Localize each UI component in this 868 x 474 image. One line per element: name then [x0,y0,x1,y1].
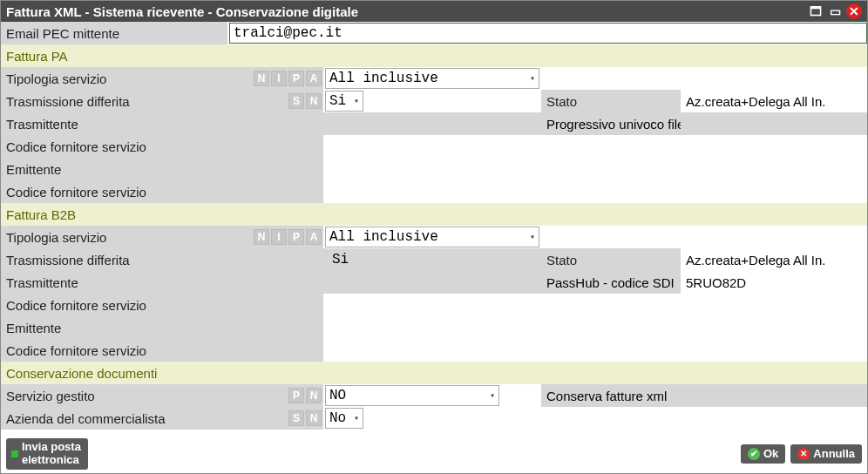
tag-i[interactable]: I [271,229,287,245]
x-icon: ✕ [797,448,810,460]
pa-tipologia-value: All inclusive [329,71,438,86]
pa-codforn1-label: Codice fornitore servizio [1,135,323,158]
chevron-down-icon: ▾ [530,232,535,242]
chevron-down-icon: ▾ [530,73,535,84]
email-label: Email PEC mittente [1,22,227,44]
tag-n[interactable]: N [306,93,322,109]
section-fattura-pa: Fattura PA [1,44,867,67]
pa-codforn2-label: Codice fornitore servizio [1,180,323,203]
chevron-down-icon: ▾ [354,96,359,106]
tag-a[interactable]: A [306,71,322,86]
b2b-passhub-label: PassHub - codice SDI [541,271,681,294]
minimize-icon[interactable]: ▭ [827,3,843,19]
tag-n[interactable]: N [306,410,322,426]
tag-p[interactable]: P [288,71,304,86]
pa-emittente-label: Emittente [1,158,323,180]
conserv-azienda-select[interactable]: No ▾ [325,408,363,429]
tag-n[interactable]: N [254,71,269,86]
conserv-azienda-label: Azienda del commercialista [1,407,227,430]
conserv-servizio-label: Servizio gestito [1,384,227,407]
b2b-tipologia-select[interactable]: All inclusive ▾ [325,227,539,247]
pa-tipologia-tags: N I P A [227,67,323,90]
conserv-azienda-tags: S N [227,407,323,430]
tag-a[interactable]: A [306,229,322,245]
tag-i[interactable]: I [271,71,287,86]
b2b-tipologia-label: Tipologia servizio [1,226,227,248]
dialog-window: Fattura XML - Sistema ricevente - Conser… [0,0,868,474]
b2b-codforn2-label: Codice fornitore servizio [1,339,323,362]
tag-p[interactable]: P [288,388,304,403]
tag-s[interactable]: S [288,93,304,109]
b2b-trasmdiff-value: Si [323,248,541,271]
pa-trasmdiff-select[interactable]: Si ▾ [325,91,363,112]
tag-n[interactable]: N [306,388,322,403]
chevron-down-icon: ▾ [490,390,495,401]
pa-trasmdiff-value: Si [329,93,346,109]
pa-tipologia-select[interactable]: All inclusive ▾ [325,68,539,89]
section-fattura-b2b: Fattura B2B [1,203,867,226]
b2b-stato-label: Stato [541,248,681,271]
pa-progressivo-label: Progressivo univoco file [541,112,681,135]
conserv-servizio-tags: P N [227,384,323,407]
conserv-azienda-value: No [329,410,346,426]
mail-status-icon [11,450,18,457]
pa-stato-label: Stato [541,90,681,112]
send-mail-button[interactable]: Invia posta elettronica [6,438,88,470]
titlebar: Fattura XML - Sistema ricevente - Conser… [1,1,867,22]
check-icon: ✔ [748,448,760,460]
b2b-passhub-value: 5RUO82D [681,271,867,294]
form-content: Email PEC mittente Fattura PA Tipologia … [1,22,867,435]
email-input[interactable] [229,23,867,44]
pa-trasmittente-label: Trasmittente [1,112,323,135]
pa-trasmdiff-label: Trasmissione differita [1,90,227,112]
b2b-stato-value: Az.creata+Delega All In. [681,248,867,271]
close-icon[interactable]: ✕ [846,3,862,19]
footer-bar: Invia posta elettronica ✔ Ok ✕ Annulla [1,435,867,473]
conserv-servizio-value: NO [329,388,346,403]
b2b-codforn1-label: Codice fornitore servizio [1,294,323,316]
chevron-down-icon: ▾ [354,413,359,423]
b2b-emittente-label: Emittente [1,316,323,339]
b2b-trasmdiff-label: Trasmissione differita [1,248,323,271]
conserva-fatture-label: Conserva fatture xml [541,384,681,407]
tag-p[interactable]: P [288,229,304,245]
pa-tipologia-label: Tipologia servizio [1,67,227,90]
b2b-trasmittente-label: Trasmittente [1,271,323,294]
window-title: Fattura XML - Sistema ricevente - Conser… [6,4,804,19]
pa-stato-value: Az.creata+Delega All In. [681,90,867,112]
pin-icon[interactable]: 🗔 [808,3,824,19]
b2b-tipologia-tags: N I P A [227,226,323,248]
tag-n[interactable]: N [254,229,269,245]
b2b-tipologia-value: All inclusive [329,229,438,245]
tag-s[interactable]: S [288,410,304,426]
section-conservazione: Conservazione documenti [1,362,867,384]
pa-trasmdiff-tags: S N [227,90,323,112]
ok-button[interactable]: ✔ Ok [741,444,785,464]
conserv-servizio-select[interactable]: NO ▾ [325,385,499,406]
cancel-button[interactable]: ✕ Annulla [790,444,862,464]
